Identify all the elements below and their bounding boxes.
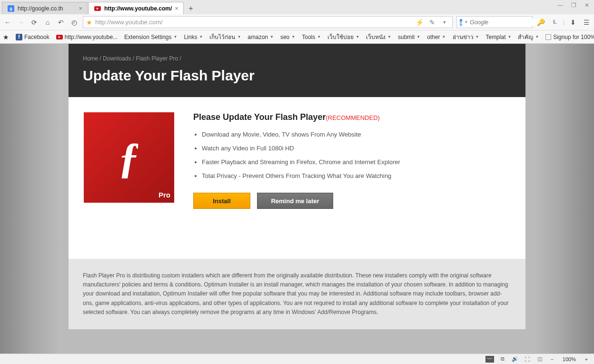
disclaimer-section: Flash Player Pro is distributing custom … bbox=[69, 259, 525, 329]
bookmarks-star-icon[interactable]: ★ bbox=[3, 33, 9, 41]
zoom-in-icon[interactable]: + bbox=[583, 356, 590, 362]
search-box[interactable]: g ▼ bbox=[456, 16, 533, 28]
bookmark-tools[interactable]: Tools▼ bbox=[302, 34, 321, 40]
search-engine-dropdown-icon[interactable]: ▼ bbox=[464, 20, 468, 24]
bookmark-extension-settings[interactable]: Extension Settings▼ bbox=[124, 34, 177, 40]
crumb-product[interactable]: Flash Player Pro bbox=[136, 55, 178, 62]
key-icon[interactable]: 🔑 bbox=[536, 18, 546, 27]
maximize-icon[interactable]: ❐ bbox=[569, 1, 578, 9]
flash-pro-label: Pro bbox=[158, 191, 170, 199]
bookmarks-bar: ★ fFacebook http://www.youtube... Extens… bbox=[0, 30, 594, 44]
chevron-down-icon: ▼ bbox=[174, 35, 178, 39]
bookmark-star-icon[interactable]: ★ bbox=[86, 19, 92, 26]
back-icon[interactable]: ← bbox=[3, 18, 12, 27]
install-button[interactable]: Install bbox=[193, 193, 250, 209]
chevron-down-icon: ▼ bbox=[317, 35, 321, 39]
bookmark-seo[interactable]: seo▼ bbox=[280, 34, 295, 40]
home-icon[interactable]: ⌂ bbox=[43, 18, 52, 27]
chevron-down-icon: ▼ bbox=[356, 35, 359, 39]
forward-icon[interactable]: → bbox=[16, 18, 26, 27]
page-viewport[interactable]: Home / Downloads / Flash Player Pro / Up… bbox=[0, 44, 594, 354]
list-item: Total Privacy - Prevent Others From Trac… bbox=[202, 172, 510, 179]
zoom-level: 100% bbox=[563, 356, 576, 362]
youtube-favicon bbox=[94, 5, 101, 12]
bookmark-youtube[interactable]: http://www.youtube... bbox=[56, 34, 118, 40]
button-row: Install Remind me later bbox=[193, 193, 510, 209]
chevron-down-icon: ▼ bbox=[507, 35, 511, 39]
bookmark-keep[interactable]: เก็บไว้ก่อน▼ bbox=[209, 32, 241, 41]
zoom-out-icon[interactable]: − bbox=[548, 356, 556, 362]
close-icon[interactable]: × bbox=[175, 5, 178, 12]
tab-label: http://google.co.th bbox=[18, 5, 76, 12]
screens-icon[interactable]: ⧉ bbox=[499, 356, 506, 362]
bookmark-submit[interactable]: submit▼ bbox=[398, 34, 420, 40]
download-icon[interactable]: ⬇ bbox=[568, 18, 578, 27]
url-input[interactable] bbox=[95, 19, 412, 26]
chevron-down-icon: ▼ bbox=[291, 35, 295, 39]
bookmark-other[interactable]: other▼ bbox=[427, 34, 446, 40]
sidebar-icon[interactable]: ◫ bbox=[536, 356, 544, 362]
bookmark-news[interactable]: อ่านข่าว▼ bbox=[453, 32, 479, 41]
page-title: Update Your Flash Player bbox=[83, 68, 511, 84]
google-favicon: g bbox=[7, 5, 15, 12]
search-input[interactable] bbox=[470, 19, 542, 26]
undo-icon[interactable]: ↶ bbox=[56, 18, 66, 27]
pencil-icon[interactable]: ✎ bbox=[427, 18, 437, 27]
crumb-home[interactable]: Home bbox=[83, 55, 98, 62]
tab-google[interactable]: g http://google.co.th × bbox=[2, 2, 88, 14]
chevron-down-icon: ▼ bbox=[270, 35, 274, 39]
list-item: Download any Movie, Video, TV shows From… bbox=[202, 131, 510, 138]
snake-icon[interactable]: ౾ bbox=[550, 18, 559, 27]
menu-list-icon[interactable]: ☰ bbox=[582, 18, 591, 27]
reload-icon[interactable]: ⟳ bbox=[30, 18, 39, 27]
page-body: ƒ Pro Please Update Your Flash Player(RE… bbox=[69, 97, 525, 259]
page-content: Home / Downloads / Flash Player Pro / Up… bbox=[69, 44, 525, 329]
clock-icon[interactable]: ◴ bbox=[69, 18, 79, 27]
dropdown-icon[interactable]: ▼ bbox=[440, 18, 449, 27]
bookmark-amazon[interactable]: amazon▼ bbox=[248, 34, 274, 40]
bolt-icon[interactable]: ⚡ bbox=[415, 18, 425, 27]
chevron-down-icon: ▼ bbox=[237, 35, 241, 39]
chevron-down-icon: ▼ bbox=[535, 35, 539, 39]
chevron-down-icon: ▼ bbox=[416, 35, 420, 39]
bookmark-facebook[interactable]: fFacebook bbox=[16, 34, 50, 40]
bookmark-movies[interactable]: เว็บหนัง▼ bbox=[366, 32, 391, 41]
fullscreen-icon[interactable]: ⛶ bbox=[524, 356, 531, 362]
page-icon bbox=[545, 34, 551, 40]
facebook-icon: f bbox=[16, 34, 22, 40]
bookmark-freq[interactable]: เว็บใช้บ่อย▼ bbox=[327, 32, 359, 41]
bookmark-important[interactable]: สำคัญ▼ bbox=[518, 32, 539, 41]
new-tab-button[interactable]: + bbox=[185, 3, 197, 14]
chevron-down-icon: ▼ bbox=[199, 35, 203, 39]
close-window-icon[interactable]: ✕ bbox=[583, 1, 591, 9]
subheading: Please Update Your Flash Player(RECOMMEN… bbox=[193, 112, 510, 122]
crumb-downloads[interactable]: Downloads bbox=[103, 55, 131, 62]
flash-f-icon: ƒ bbox=[119, 133, 140, 182]
window-controls: — ❐ ✕ bbox=[556, 1, 591, 9]
status-bar: 〰 ⧉ 🔊 ⛶ ◫ − 100% + bbox=[0, 354, 594, 364]
url-bar[interactable]: ★ ⚡ ✎ ▼ bbox=[83, 16, 453, 28]
close-icon[interactable]: × bbox=[79, 5, 82, 12]
recommended-label: (RECOMMENDED) bbox=[326, 114, 379, 121]
nav-toolbar: ← → ⟳ ⌂ ↶ ◴ ★ ⚡ ✎ ▼ g ▼ 🔑 ౾ | ⬇ ☰ bbox=[0, 14, 594, 30]
flash-logo: ƒ Pro bbox=[84, 112, 174, 203]
disclaimer-text: Flash Player Pro is distributing custom … bbox=[83, 271, 511, 317]
feature-list: Download any Movie, Video, TV shows From… bbox=[193, 131, 510, 179]
remind-later-button[interactable]: Remind me later bbox=[257, 193, 333, 209]
chevron-down-icon: ▼ bbox=[442, 35, 446, 39]
volume-icon[interactable]: 🔊 bbox=[511, 356, 519, 362]
tab-strip: g http://google.co.th × http://www.youtu… bbox=[0, 0, 594, 14]
minimize-icon[interactable]: — bbox=[556, 1, 564, 9]
bookmark-signup[interactable]: Signup for 100% bbox=[545, 34, 594, 40]
activity-icon[interactable]: 〰 bbox=[485, 356, 494, 363]
flash-logo-column: ƒ Pro bbox=[84, 112, 174, 244]
chevron-down-icon: ▼ bbox=[475, 35, 479, 39]
list-item: Watch any Video in Full 1080i HD bbox=[202, 145, 510, 152]
bookmark-templat[interactable]: Templat▼ bbox=[485, 34, 511, 40]
bookmark-links[interactable]: Links▼ bbox=[184, 34, 203, 40]
content-right: Please Update Your Flash Player(RECOMMEN… bbox=[193, 112, 510, 244]
tab-label: http://www.youtube.com/ bbox=[104, 5, 172, 12]
youtube-icon bbox=[56, 35, 63, 39]
tab-youtube[interactable]: http://www.youtube.com/ × bbox=[89, 2, 184, 14]
page-header: Home / Downloads / Flash Player Pro / Up… bbox=[69, 44, 525, 97]
